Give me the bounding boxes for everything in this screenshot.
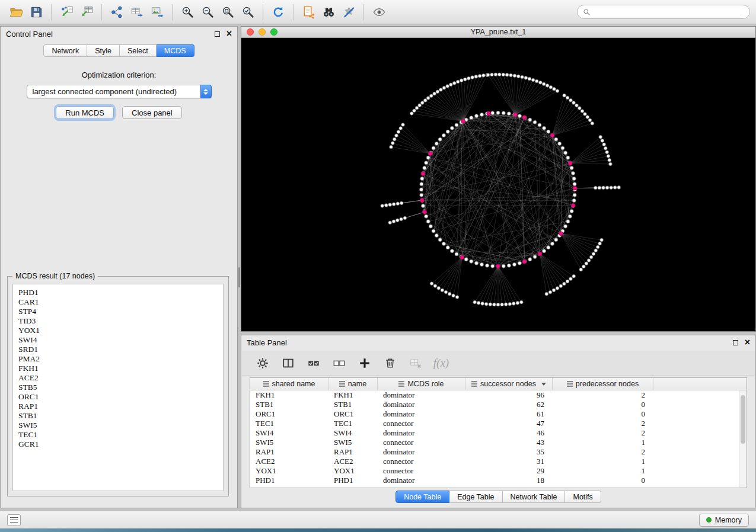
table-row[interactable]: TEC1TEC1connector472 [250,419,747,428]
table-cell[interactable]: PHD1 [328,476,378,485]
table-cell[interactable]: RAP1 [250,447,328,457]
table-scrollbar[interactable] [739,390,747,488]
import-network-icon[interactable] [56,2,76,21]
table-cell[interactable]: dominator [378,447,465,457]
delete-row-icon[interactable] [382,355,398,371]
binoculars-icon[interactable] [318,2,339,21]
mcds-result-item[interactable]: STB1 [18,411,223,421]
table-cell[interactable]: ORC1 [250,409,328,419]
mcds-result-item[interactable]: PMA2 [18,354,223,364]
table-cell[interactable]: dominator [378,409,465,419]
mcds-result-item[interactable]: PHD1 [18,288,223,297]
table-cell[interactable]: 0 [553,400,653,409]
export-table-icon[interactable] [127,2,147,21]
window-maximize-icon[interactable] [270,28,277,36]
column-header-predecessor-nodes[interactable]: predecessor nodes [553,378,653,390]
table-scrollbar-thumb[interactable] [741,395,745,444]
mcds-result-item[interactable]: SWI5 [18,421,223,430]
table-cell[interactable]: TEC1 [328,419,378,428]
table-row[interactable]: YOX1YOX1connector291 [250,466,747,476]
table-cell[interactable]: 1 [553,466,653,476]
table-cell[interactable]: dominator [378,428,465,438]
mcds-result-item[interactable]: STB5 [18,383,223,392]
tab-network-table[interactable]: Network Table [503,491,566,503]
column-header-successor-nodes[interactable]: successor nodes [465,378,553,390]
table-close-panel-icon[interactable]: × [745,338,750,347]
table-row[interactable]: SWI4SWI4dominator462 [250,428,747,438]
chevron-down-icon[interactable] [541,383,546,386]
gear-icon[interactable] [255,355,270,371]
save-icon[interactable] [26,2,46,21]
tab-edge-table[interactable]: Edge Table [449,491,502,503]
refresh-layout-icon[interactable] [268,2,288,21]
table-cell[interactable]: dominator [378,400,465,409]
column-header-name[interactable]: name [328,378,378,390]
deselect-checkbox-icon[interactable] [331,355,347,371]
table-cell[interactable]: 96 [465,390,553,400]
zoom-selected-icon[interactable] [238,2,258,21]
mcds-result-item[interactable]: CAR1 [18,297,223,307]
table-cell[interactable]: 35 [465,447,553,457]
zoom-in-icon[interactable] [177,2,197,21]
table-cell[interactable]: connector [378,438,465,447]
table-cell[interactable]: YOX1 [328,466,378,476]
window-close-icon[interactable] [247,28,254,36]
table-row[interactable]: PHD1PHD1dominator180 [250,476,747,485]
table-cell[interactable]: ACE2 [328,457,378,466]
table-cell[interactable]: SWI4 [250,428,328,438]
float-panel-icon[interactable] [215,31,220,37]
close-panel-button[interactable]: Close panel [122,106,182,119]
zoom-fit-icon[interactable] [218,2,238,21]
share-document-icon[interactable] [298,2,318,21]
tab-motifs[interactable]: Motifs [565,491,601,503]
close-panel-icon[interactable]: × [227,29,232,39]
zoom-out-icon[interactable] [197,2,218,21]
window-minimize-icon[interactable] [259,28,266,36]
mcds-result-item[interactable]: FKH1 [18,364,223,373]
table-cell[interactable]: 29 [465,466,553,476]
optimization-criterion-select[interactable]: largest connected component (undirected) [27,85,212,98]
table-cell[interactable]: 1 [553,438,653,447]
table-row[interactable]: ACE2ACE2connector311 [250,457,747,466]
table-cell[interactable]: dominator [378,476,465,485]
tab-mcds[interactable]: MCDS [157,44,194,57]
table-cell[interactable]: PHD1 [250,476,328,485]
table-cell[interactable]: 1 [553,457,653,466]
table-cell[interactable]: TEC1 [250,419,328,428]
mcds-result-item[interactable]: ACE2 [18,373,223,383]
column-header-shared-name[interactable]: shared name [250,378,328,390]
divider-handle[interactable] [238,267,240,287]
table-cell[interactable]: 43 [465,438,553,447]
tab-select[interactable]: Select [120,44,157,57]
mcds-result-item[interactable]: YOX1 [18,326,223,335]
table-cell[interactable]: 18 [465,476,553,485]
table-cell[interactable]: ORC1 [328,409,378,419]
table-cell[interactable]: 31 [465,457,553,466]
export-image-icon[interactable] [147,2,167,21]
mcds-result-item[interactable]: ORC1 [18,392,223,402]
search-box[interactable] [577,5,750,19]
table-cell[interactable]: ACE2 [250,457,328,466]
mcds-result-item[interactable]: STP4 [18,307,223,316]
table-cell[interactable]: 0 [553,409,653,419]
network-titlebar[interactable]: YPA_prune.txt_1 [241,27,755,38]
search-input[interactable] [594,8,744,16]
table-cell[interactable]: 2 [553,447,653,457]
table-cell[interactable]: STB1 [250,400,328,409]
table-cell[interactable]: 62 [465,400,553,409]
delete-table-icon[interactable] [408,355,423,371]
table-cell[interactable]: FKH1 [250,390,328,400]
function-builder-icon[interactable]: f(x) [433,355,449,371]
table-cell[interactable]: 2 [553,428,653,438]
mcds-result-item[interactable]: SWI4 [18,335,223,345]
open-folder-icon[interactable] [6,2,26,21]
tab-network[interactable]: Network [43,44,87,57]
network-canvas[interactable] [241,38,755,331]
tab-node-table[interactable]: Node Table [395,491,449,503]
import-table-icon[interactable] [76,2,97,21]
table-cell[interactable]: RAP1 [328,447,378,457]
table-row[interactable]: STB1STB1dominator620 [250,400,747,409]
table-cell[interactable]: 46 [465,428,553,438]
table-cell[interactable]: SWI5 [250,438,328,447]
tab-style[interactable]: Style [87,44,120,57]
